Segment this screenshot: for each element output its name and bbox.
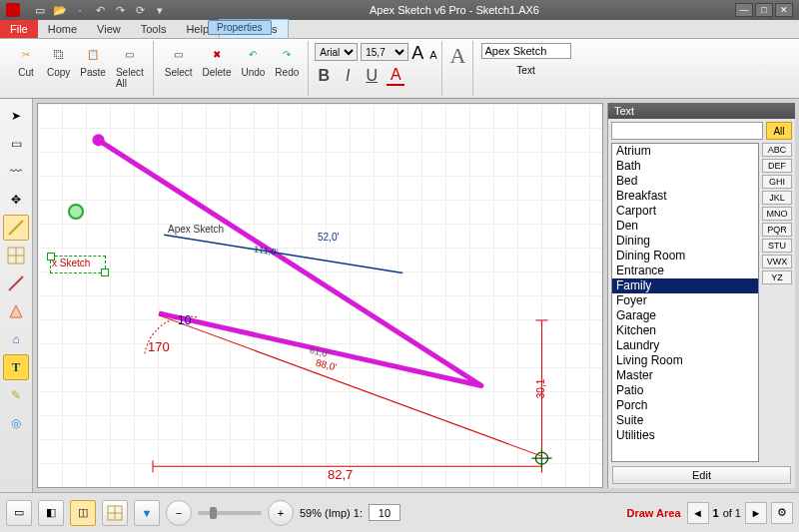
text-list[interactable]: AtriumBathBedBreakfastCarportDenDiningDi… — [611, 143, 759, 462]
ribbon: ✂Cut ⿻Copy 📋Paste ▭Select All ▭Select ✖D… — [0, 39, 799, 99]
view-mode-1[interactable]: ▭ — [6, 500, 32, 526]
canvas-caption: Apex Sketch — [168, 224, 224, 235]
menu-file[interactable]: File — [0, 20, 38, 38]
italic-button[interactable]: I — [339, 67, 357, 85]
measure-4: 30,1 — [535, 379, 546, 398]
home-tool[interactable]: ⌂ — [3, 326, 29, 352]
font-family-select[interactable]: Arial — [315, 43, 358, 61]
redo-button[interactable]: ↷Redo — [272, 41, 302, 80]
copy-button[interactable]: ⿻Copy — [44, 41, 73, 80]
bold-button[interactable]: B — [315, 67, 333, 85]
qa-dropdown-icon[interactable]: ▾ — [152, 2, 168, 18]
alpha-yz[interactable]: YZ — [762, 270, 792, 284]
qa-open-icon[interactable]: 📂 — [52, 2, 68, 18]
list-item[interactable]: Porch — [612, 398, 758, 413]
select-all-button[interactable]: ▭Select All — [113, 41, 147, 91]
delete-button[interactable]: ✖Delete — [200, 41, 235, 80]
edge-tool[interactable] — [3, 270, 29, 296]
alpha-def[interactable]: DEF — [762, 159, 792, 173]
list-item[interactable]: Laundry — [612, 338, 758, 353]
list-item[interactable]: Foyer — [612, 293, 758, 308]
font-scale[interactable]: AA — [411, 43, 436, 64]
text-filter-input[interactable] — [611, 122, 763, 140]
list-item[interactable]: Dining — [612, 234, 758, 249]
menu-bar: File Home View Tools Help Edit Tools — [0, 20, 799, 39]
page-next-button[interactable]: ► — [745, 502, 767, 524]
zoom-slider[interactable] — [198, 511, 262, 515]
menu-view[interactable]: View — [87, 20, 131, 38]
zoom-out-button[interactable]: − — [166, 500, 192, 526]
select-button[interactable]: ▭Select — [162, 41, 196, 80]
alpha-vwx[interactable]: VWX — [762, 255, 792, 268]
marquee-tool[interactable]: ▭ — [3, 131, 29, 157]
filter-button[interactable]: ▼ — [134, 500, 160, 526]
curve-tool[interactable]: 〰 — [3, 159, 29, 185]
page-settings-button[interactable]: ⚙ — [771, 502, 793, 524]
text-tool[interactable]: T — [3, 354, 29, 380]
measure-1: 52,0' — [318, 232, 339, 243]
qa-new-icon[interactable]: ▭ — [32, 2, 48, 18]
qa-redo-icon[interactable]: ↷ — [112, 2, 128, 18]
view-mode-2[interactable]: ◧ — [38, 500, 64, 526]
list-item[interactable]: Entrance — [612, 264, 758, 278]
qa-undo-icon[interactable]: ↶ — [92, 2, 108, 18]
drawing-layer — [38, 104, 602, 490]
view-mode-3[interactable]: ◫ — [70, 500, 96, 526]
edit-button[interactable]: Edit — [612, 466, 791, 484]
zoom-in-button[interactable]: + — [268, 500, 294, 526]
shape-tool[interactable] — [3, 298, 29, 324]
list-item[interactable]: Master — [612, 368, 758, 383]
list-item[interactable]: Atrium — [612, 144, 758, 159]
menu-tools[interactable]: Tools — [131, 20, 177, 38]
list-item[interactable]: Utilities — [612, 428, 758, 443]
move-tool[interactable]: ✥ — [3, 187, 29, 213]
page-prev-button[interactable]: ◄ — [687, 502, 709, 524]
list-item[interactable]: Bed — [612, 174, 758, 189]
draw-line-tool[interactable] — [3, 215, 29, 241]
filter-all-button[interactable]: All — [766, 122, 792, 140]
pager: ◄ 1 of 1 ► ⚙ — [687, 502, 793, 524]
list-item[interactable]: Suite — [612, 413, 758, 428]
list-item[interactable]: Family — [612, 278, 758, 293]
list-item[interactable]: Living Room — [612, 353, 758, 368]
text-panel: Text All AtriumBathBedBreakfastCarportDe… — [607, 103, 795, 488]
minimize-button[interactable]: — — [735, 3, 753, 17]
paste-button[interactable]: 📋Paste — [77, 41, 109, 80]
view-mode-grid[interactable] — [102, 500, 128, 526]
list-item[interactable]: Garage — [612, 308, 758, 323]
properties-tab[interactable]: Properties — [208, 20, 272, 35]
pointer-tool[interactable]: ➤ — [3, 103, 29, 129]
undo-button[interactable]: ↶Undo — [238, 41, 268, 80]
list-item[interactable]: Bath — [612, 159, 758, 174]
underline-button[interactable]: U — [363, 67, 381, 85]
anchor-handle[interactable] — [68, 204, 84, 220]
annotate-tool[interactable]: ✎ — [3, 382, 29, 408]
app-icon — [6, 3, 20, 17]
grid-tool[interactable] — [3, 243, 29, 268]
font-size-select[interactable]: 15,7 — [361, 43, 408, 61]
text-input[interactable] — [481, 43, 571, 59]
cut-button[interactable]: ✂Cut — [12, 41, 40, 80]
list-item[interactable]: Carport — [612, 204, 758, 219]
maximize-button[interactable]: □ — [755, 3, 773, 17]
qa-refresh-icon[interactable]: ⟳ — [132, 2, 148, 18]
zoom-value-input[interactable] — [369, 504, 400, 521]
alpha-mno[interactable]: MNO — [762, 207, 792, 221]
font-color-button[interactable]: A — [387, 66, 404, 86]
list-item[interactable]: Patio — [612, 383, 758, 398]
target-tool[interactable]: ◎ — [3, 410, 29, 436]
close-button[interactable]: ✕ — [775, 3, 793, 17]
canvas[interactable]: x Sketch Apex Sketch 52,0' 111,0' 88,0' … — [37, 103, 603, 488]
alpha-pqr[interactable]: PQR — [762, 223, 792, 237]
list-item[interactable]: Kitchen — [612, 323, 758, 338]
list-item[interactable]: Den — [612, 219, 758, 234]
list-item[interactable]: Breakfast — [612, 189, 758, 204]
menu-home[interactable]: Home — [38, 20, 87, 38]
alpha-ghi[interactable]: GHI — [762, 175, 792, 189]
list-item[interactable]: Dining Room — [612, 249, 758, 264]
alpha-jkl[interactable]: JKL — [762, 191, 792, 205]
alpha-abc[interactable]: ABC — [762, 143, 792, 157]
status-bar: ▭ ◧ ◫ ▼ − + 59% (Imp) 1: Draw Area ◄ 1 o… — [0, 492, 799, 532]
alpha-stu[interactable]: STU — [762, 239, 792, 253]
window-title: Apex Sketch v6 Pro - Sketch1.AX6 — [174, 4, 735, 16]
